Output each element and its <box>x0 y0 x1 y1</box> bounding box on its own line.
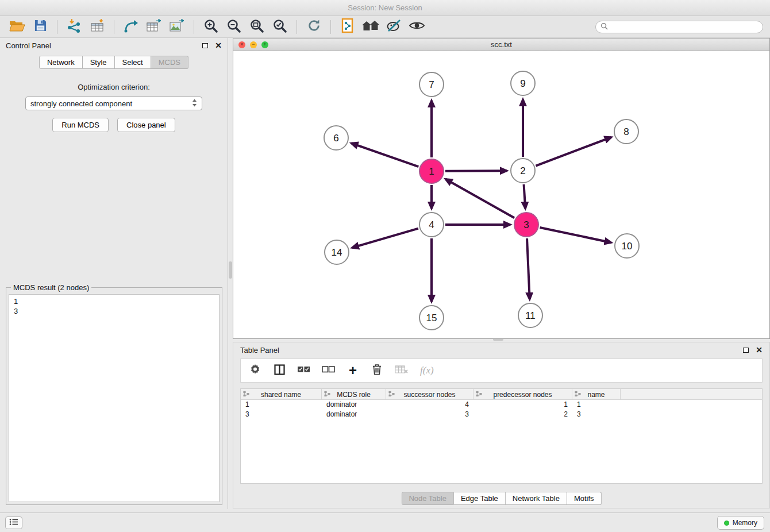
control-panel-tabs: NetworkStyleSelectMCDS <box>0 56 228 69</box>
column-header-shared-name[interactable]: shared name <box>241 389 322 400</box>
control-panel-title: Control Panel <box>6 41 51 50</box>
float-panel-icon[interactable] <box>202 43 208 48</box>
window-title: Session: New Session <box>348 3 422 12</box>
node-15[interactable]: 15 <box>419 306 444 330</box>
tab-edge-table[interactable]: Edge Table <box>454 492 506 505</box>
attribute-options-button[interactable] <box>249 364 261 377</box>
node-label: 6 <box>333 133 338 144</box>
node-label: 1 <box>429 166 434 177</box>
show-column-button[interactable] <box>273 364 286 377</box>
select-all-icon <box>297 365 310 376</box>
table-cell[interactable]: dominator <box>322 410 386 419</box>
node-10[interactable]: 10 <box>615 234 639 258</box>
deselect-all-button[interactable] <box>322 365 335 376</box>
node-8[interactable]: 8 <box>614 119 638 144</box>
tab-style[interactable]: Style <box>83 56 115 69</box>
zoom-fit-button[interactable] <box>247 18 267 36</box>
node-14[interactable]: 14 <box>325 240 349 264</box>
zoom-in-button[interactable] <box>201 18 221 36</box>
criterion-dropdown[interactable]: strongly connected component <box>25 97 202 110</box>
open-session-button[interactable] <box>7 18 28 36</box>
float-table-panel-icon[interactable] <box>743 348 749 353</box>
table-cell[interactable]: 3 <box>386 410 473 419</box>
edge-2-8[interactable] <box>536 137 611 166</box>
folder-open-icon <box>9 20 25 34</box>
table-cell[interactable]: dominator <box>322 400 386 410</box>
edge-4-14[interactable] <box>352 229 418 248</box>
edge-3-11[interactable] <box>527 238 530 299</box>
tab-network-table[interactable]: Network Table <box>506 492 567 505</box>
mcds-result-list[interactable]: 13 <box>9 294 220 502</box>
window-close-button[interactable]: × <box>238 41 245 48</box>
save-session-button[interactable] <box>30 18 51 36</box>
export-table-button[interactable] <box>144 18 164 36</box>
edge-1-6[interactable] <box>351 143 418 167</box>
table-cell[interactable]: 1 <box>241 400 322 410</box>
tab-node-table[interactable]: Node Table <box>401 492 454 505</box>
node-table: shared nameMCDS rolesuccessor nodesprede… <box>240 388 763 484</box>
zoom-out-button[interactable] <box>224 18 244 36</box>
node-3[interactable]: 3 <box>514 213 538 237</box>
node-11[interactable]: 11 <box>518 303 542 327</box>
column-header-name[interactable]: name <box>572 389 621 400</box>
node-label: 3 <box>523 219 529 230</box>
select-all-button[interactable] <box>297 365 310 376</box>
column-tree-icon <box>324 391 330 399</box>
search-input[interactable] <box>611 23 758 31</box>
node-label: 14 <box>332 247 342 258</box>
node-7[interactable]: 7 <box>419 72 444 97</box>
network-canvas-svg[interactable]: 7968124314101511 <box>233 51 769 338</box>
memory-button[interactable]: Memory <box>717 516 764 530</box>
window-minimize-button[interactable]: − <box>250 41 257 48</box>
show-hide-details-button[interactable] <box>406 18 427 36</box>
table-cell[interactable]: 2 <box>473 410 572 419</box>
table-cell[interactable]: 1 <box>473 400 572 410</box>
tab-network[interactable]: Network <box>39 56 83 69</box>
node-9[interactable]: 9 <box>511 71 535 95</box>
close-table-panel-icon[interactable]: ✕ <box>756 346 763 353</box>
refresh-view-button[interactable] <box>303 18 324 36</box>
tab-select[interactable]: Select <box>115 56 151 69</box>
run-mcds-button[interactable]: Run MCDS <box>52 118 109 132</box>
zoom-selected-button[interactable] <box>270 18 290 36</box>
mcds-result-title: MCDS result (2 nodes) <box>11 283 91 292</box>
table-cell[interactable]: 3 <box>241 410 322 419</box>
tab-motifs[interactable]: Motifs <box>567 492 602 505</box>
edge-3-10[interactable] <box>540 228 611 242</box>
result-item[interactable]: 1 <box>9 296 219 306</box>
column-header-predecessor-nodes[interactable]: predecessor nodes <box>473 389 572 400</box>
node-6[interactable]: 6 <box>324 126 348 150</box>
apply-style-button[interactable] <box>383 18 404 36</box>
result-item[interactable]: 3 <box>9 306 219 316</box>
export-network-button[interactable] <box>121 18 141 36</box>
panel-splitter-handle[interactable] <box>229 261 232 279</box>
network-overview-button[interactable] <box>337 18 358 36</box>
node-1[interactable]: 1 <box>419 159 444 183</box>
window-zoom-button[interactable]: + <box>261 41 268 48</box>
edge-1-2[interactable] <box>445 171 507 171</box>
import-network-button[interactable] <box>64 18 84 36</box>
table-cell[interactable]: 1 <box>572 400 621 410</box>
home-panel-button[interactable] <box>360 18 381 36</box>
node-2[interactable]: 2 <box>511 159 535 183</box>
search-box[interactable] <box>595 21 763 33</box>
table-row[interactable]: 3dominator323 <box>241 410 762 419</box>
import-table-button[interactable] <box>87 18 107 36</box>
column-header-successor-nodes[interactable]: successor nodes <box>386 389 473 400</box>
table-row[interactable]: 1dominator411 <box>241 400 762 410</box>
tab-mcds[interactable]: MCDS <box>151 56 188 69</box>
delete-row-button[interactable] <box>371 364 383 377</box>
node-4[interactable]: 4 <box>419 213 444 237</box>
export-image-button[interactable] <box>167 18 187 36</box>
table-cell[interactable]: 4 <box>386 400 473 410</box>
column-header-MCDS-role[interactable]: MCDS role <box>322 389 386 400</box>
close-panel-button[interactable]: Close panel <box>117 118 175 132</box>
close-panel-icon[interactable]: ✕ <box>215 42 222 49</box>
table-cell[interactable]: 3 <box>572 410 621 419</box>
add-row-button[interactable]: + <box>346 365 359 376</box>
task-history-button[interactable] <box>5 516 22 529</box>
edge-3-1[interactable] <box>445 179 514 218</box>
zoom-in-icon <box>203 18 218 36</box>
edge-2-3[interactable] <box>524 184 526 209</box>
column-label: successor nodes <box>403 391 455 399</box>
